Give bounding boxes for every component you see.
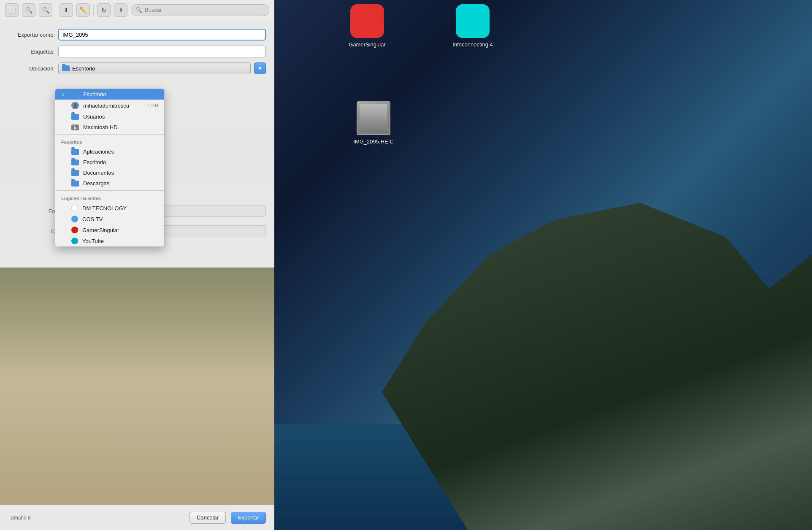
img-icon-image: [357, 101, 390, 135]
export-button[interactable]: Exportar: [231, 512, 266, 524]
color-label: C: [8, 228, 55, 235]
cliff-bg: [382, 186, 812, 530]
divider2: [55, 190, 164, 191]
info-icon-label: Infoconnecting 4: [452, 41, 493, 48]
desktop-icon-gamersingular[interactable]: GamerSingular: [346, 4, 388, 48]
dropdown-item-youtube[interactable]: YouTube: [55, 235, 164, 246]
gamer-icon-image: [350, 4, 384, 38]
tags-row: Etiquetas:: [8, 46, 266, 57]
info-icon-image: [456, 4, 490, 38]
folder-icon: [71, 114, 79, 120]
zoom-out-btn[interactable]: 🔍: [22, 3, 35, 17]
share-btn[interactable]: ⬆: [60, 3, 73, 17]
divider-2: [93, 5, 94, 15]
dropdown-item-usuarios[interactable]: Usuarios: [55, 111, 164, 122]
dropdown-item-macintosh[interactable]: 💾 Macintosh HD: [55, 122, 164, 132]
save-dialog: Exportar como: Etiquetas: Ubicación: Esc…: [0, 20, 274, 268]
tags-input[interactable]: [58, 46, 266, 57]
divider: [55, 134, 164, 135]
view-toggle-btn[interactable]: ⬜: [5, 3, 19, 17]
desktop-icon-img2095[interactable]: IMG_2095.HEIC: [352, 101, 395, 145]
costv-icon: [71, 216, 78, 222]
folder-icon: [71, 181, 79, 187]
location-dropdown: ✓ Escritorio 👤 mihaeladumitrescu ⇧⌘H Usu…: [55, 89, 165, 247]
lugares-header: Lugares recientes: [55, 192, 164, 203]
heic-thumbnail: [357, 102, 390, 134]
edit-btn[interactable]: ✏️: [76, 3, 90, 17]
location-row: Ubicación: Escritorio ▼: [8, 62, 266, 74]
item-label: DM TECNOLOGY: [82, 205, 127, 211]
item-label: YouTube: [82, 238, 104, 244]
search-placeholder: Buscar: [145, 7, 162, 13]
folder-icon: [71, 149, 79, 155]
desktop: ⬜ 🔍 🔍 ⬆ ✏️ ↻ ℹ 🔍 Buscar Exportar como: E: [0, 0, 812, 530]
dropdown-item-costv[interactable]: COS.TV: [55, 214, 164, 224]
tags-label: Etiquetas:: [8, 49, 55, 55]
item-label: COS.TV: [82, 216, 103, 222]
export-input[interactable]: [58, 29, 266, 41]
cancel-button[interactable]: Cancelar: [189, 512, 226, 524]
item-label: GamerSingular: [82, 227, 119, 233]
location-value: Escritorio: [72, 65, 95, 72]
dropdown-arrow-btn[interactable]: ▼: [254, 62, 266, 74]
hd-icon: 💾: [71, 124, 79, 130]
item-label: Aplicaciones: [83, 149, 114, 155]
folder-icon: [71, 92, 79, 97]
checkmark-icon: ✓: [61, 92, 67, 97]
right-panel: GamerSingular Infoconnecting 4 IMG_2095.…: [274, 0, 812, 530]
folder-icon: [71, 170, 79, 176]
info-btn[interactable]: ℹ: [114, 3, 127, 17]
format-label: Fo: [8, 208, 55, 214]
left-panel: ⬜ 🔍 🔍 ⬆ ✏️ ↻ ℹ 🔍 Buscar Exportar como: E: [0, 0, 274, 530]
item-label: Usuarios: [83, 114, 105, 120]
location-select[interactable]: Escritorio: [58, 62, 251, 74]
gamer-icon-label: GamerSingular: [349, 41, 385, 48]
dialog-bottom-bar: Tamaño d Cancelar Exportar: [0, 505, 274, 530]
item-label: Escritorio: [83, 159, 106, 165]
favoritos-header: Favoritos: [55, 136, 164, 146]
youtube-icon: [71, 238, 78, 244]
gamer-icon: [71, 227, 78, 233]
folder-icon: [71, 160, 79, 165]
export-row: Exportar como:: [8, 29, 266, 41]
user-icon: 👤: [71, 102, 79, 109]
dropdown-item-gamersingular[interactable]: GamerSingular: [55, 224, 164, 235]
macos-toolbar: ⬜ 🔍 🔍 ⬆ ✏️ ↻ ℹ 🔍 Buscar: [0, 0, 274, 20]
img-icon-label: IMG_2095.HEIC: [353, 138, 393, 145]
rotate-btn[interactable]: ↻: [97, 3, 111, 17]
item-label: Escritorio: [83, 91, 106, 97]
dropdown-item-documentos[interactable]: Documentos: [55, 168, 164, 178]
desktop-icon-infoconnecting[interactable]: Infoconnecting 4: [452, 4, 494, 48]
dm-icon: [71, 205, 78, 211]
folder-icon: [62, 65, 70, 71]
export-label: Exportar como:: [8, 32, 55, 38]
item-label: Descargas: [83, 180, 109, 187]
zoom-in-btn[interactable]: 🔍: [39, 3, 52, 17]
size-label: Tamaño d: [8, 515, 31, 521]
divider-1: [56, 5, 56, 15]
dropdown-item-descargas[interactable]: Descargas: [55, 178, 164, 189]
dropdown-item-escritorio[interactable]: ✓ Escritorio: [55, 89, 164, 100]
location-label: Ubicación:: [8, 65, 55, 72]
item-label: mihaeladumitrescu: [83, 103, 129, 109]
dropdown-item-user[interactable]: 👤 mihaeladumitrescu ⇧⌘H: [55, 100, 164, 111]
dropdown-item-escritorio2[interactable]: Escritorio: [55, 157, 164, 168]
dropdown-item-dm[interactable]: DM TECNOLOGY: [55, 203, 164, 214]
dropdown-item-aplicaciones[interactable]: Aplicaciones: [55, 146, 164, 157]
item-label: Macintosh HD: [83, 124, 118, 130]
shortcut-label: ⇧⌘H: [146, 103, 158, 108]
search-icon: 🔍: [135, 7, 142, 13]
search-box[interactable]: 🔍 Buscar: [131, 4, 269, 16]
item-label: Documentos: [83, 170, 114, 176]
